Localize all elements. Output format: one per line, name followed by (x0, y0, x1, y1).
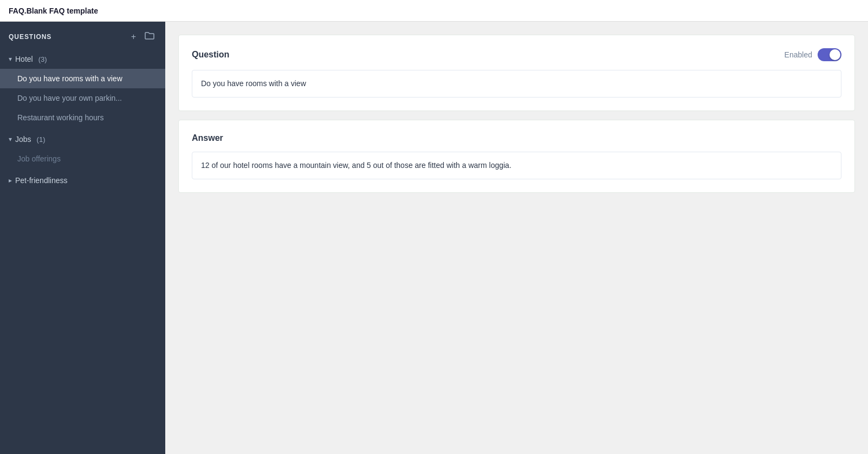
category-jobs-name: Jobs (15, 135, 31, 144)
category-jobs: ▾ Jobs (1) Job offerings (0, 129, 165, 168)
chevron-right-icon-pet: ▸ (9, 177, 12, 184)
category-pet-header[interactable]: ▸ Pet-friendliness (0, 171, 165, 190)
sidebar-header: QUESTIONS + (0, 22, 165, 49)
question-card: Question Enabled Do you have rooms with … (178, 35, 855, 111)
enabled-label: Enabled (785, 50, 812, 59)
chevron-down-icon: ▾ (9, 55, 12, 63)
enabled-toggle[interactable] (818, 48, 841, 61)
category-pet: ▸ Pet-friendliness (0, 171, 165, 190)
category-jobs-header[interactable]: ▾ Jobs (1) (0, 129, 165, 149)
add-question-button[interactable]: + (129, 31, 138, 42)
main-layout: QUESTIONS + ▾ Hotel (3) Do you have room… (0, 22, 868, 454)
question-text-field[interactable]: Do you have rooms with a view (192, 70, 841, 98)
question-card-title: Question (192, 50, 229, 60)
category-pet-name: Pet-friendliness (15, 176, 68, 185)
sidebar: QUESTIONS + ▾ Hotel (3) Do you have room… (0, 22, 165, 454)
content-area: Question Enabled Do you have rooms with … (165, 22, 868, 454)
answer-text-field[interactable]: 12 of our hotel rooms have a mountain vi… (192, 152, 841, 179)
sidebar-header-title: QUESTIONS (9, 33, 51, 41)
toggle-thumb (830, 49, 840, 60)
nav-item-parking[interactable]: Do you have your own parkin... (0, 88, 165, 108)
enabled-toggle-group: Enabled (785, 48, 841, 61)
answer-card-header: Answer (192, 133, 841, 143)
category-hotel-name: Hotel (15, 55, 33, 63)
top-bar-title: FAQ.Blank FAQ template (9, 7, 98, 15)
nav-item-restaurant-hours[interactable]: Restaurant working hours (0, 108, 165, 127)
category-jobs-count: (1) (37, 135, 46, 144)
answer-card: Answer 12 of our hotel rooms have a moun… (178, 120, 855, 193)
answer-card-title: Answer (192, 133, 223, 143)
question-card-header: Question Enabled (192, 48, 841, 61)
folder-button[interactable] (142, 30, 157, 43)
category-hotel-header[interactable]: ▾ Hotel (3) (0, 49, 165, 69)
top-bar: FAQ.Blank FAQ template (0, 0, 868, 22)
sidebar-header-actions: + (129, 30, 157, 43)
category-hotel: ▾ Hotel (3) Do you have rooms with a vie… (0, 49, 165, 127)
nav-item-job-offerings[interactable]: Job offerings (0, 149, 165, 168)
nav-item-rooms-view[interactable]: Do you have rooms with a view (0, 69, 165, 88)
chevron-down-icon-jobs: ▾ (9, 135, 12, 143)
category-hotel-count: (3) (38, 55, 47, 63)
